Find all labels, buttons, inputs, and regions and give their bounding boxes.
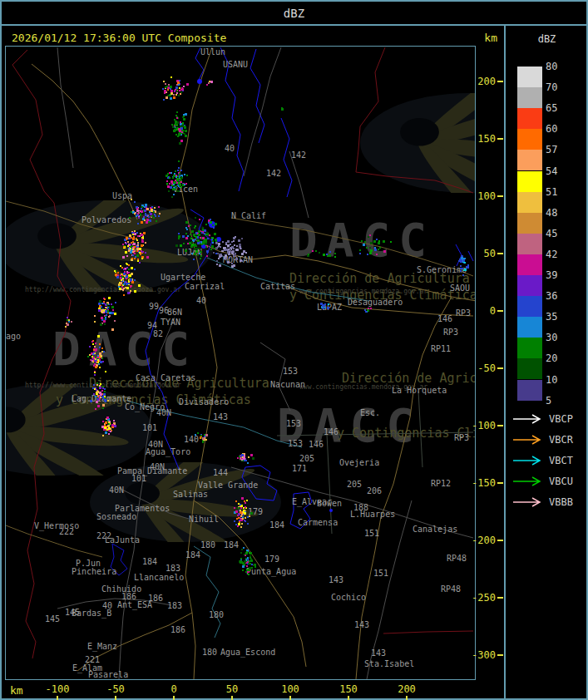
echo-pixel [369, 234, 371, 236]
echo-pixel [104, 388, 106, 390]
echo-pixel [137, 223, 139, 224]
legend-scale-value: 80 [546, 62, 557, 71]
site-arrow-icon [512, 496, 542, 508]
echo-pixel [107, 400, 109, 402]
echo-pixel [89, 346, 91, 348]
echo-pixel [178, 190, 180, 192]
echo-pixel [166, 96, 168, 99]
echo-pixel [111, 424, 114, 426]
echo-pixel [359, 253, 361, 254]
echo-pixel [315, 250, 317, 252]
echo-pixel [244, 560, 246, 563]
echo-pixel [241, 238, 243, 239]
y-axis-tick-label: -150 [471, 478, 496, 488]
echo-pixel [245, 460, 247, 461]
y-axis-tick [497, 482, 503, 484]
echo-pixel [174, 173, 175, 175]
echo-pixel [369, 252, 372, 254]
echo-pixel [308, 254, 309, 255]
echo-pixel [131, 281, 134, 283]
echo-pixel [234, 254, 236, 256]
echo-pixel [205, 439, 207, 441]
echo-pixel [227, 240, 230, 243]
echo-pixel [175, 124, 178, 126]
echo-pixel [166, 86, 168, 87]
echo-pixel [141, 244, 143, 247]
echo-pixel [178, 160, 180, 162]
x-axis-tick-label: 50 [212, 684, 252, 694]
echo-pixel [139, 248, 141, 250]
echo-pixel [227, 261, 230, 264]
echo-pixel [91, 360, 93, 362]
echo-pixel [233, 240, 235, 242]
echo-pixel [99, 357, 101, 358]
echo-pixel [134, 290, 136, 293]
echo-pixel [145, 252, 146, 254]
echo-pixel [134, 201, 136, 203]
echo-pixel [136, 215, 137, 217]
echo-pixel [235, 510, 238, 513]
echo-pixel [180, 186, 182, 188]
x-axis-tick [231, 696, 233, 700]
echo-pixel [238, 507, 240, 509]
echo-pixel [370, 308, 372, 309]
echo-pixel [185, 227, 187, 229]
echo-pixel [101, 317, 103, 319]
echo-pixel [99, 398, 101, 400]
echo-pixel [178, 238, 180, 239]
echo-pixel [175, 244, 178, 247]
echo-pixel [184, 184, 185, 185]
echo-pixel [94, 315, 96, 317]
echo-pixel [210, 219, 211, 220]
echo-pixel [154, 214, 156, 215]
echo-pixel [139, 252, 141, 254]
echo-pixel [134, 230, 136, 232]
echo-pixel [126, 243, 127, 244]
site-arrow-icon [512, 413, 542, 425]
y-axis-tick [497, 310, 503, 312]
echo-pixel [175, 121, 177, 123]
echo-pixel [170, 172, 172, 174]
echo-pixel [68, 319, 70, 321]
echo-pixel [281, 108, 284, 111]
echo-pixel [245, 571, 247, 573]
echo-pixel [240, 259, 242, 261]
echo-pixel [194, 245, 195, 247]
echo-pixel [115, 274, 117, 276]
echo-pixel [200, 435, 202, 436]
echo-pixel [92, 353, 94, 355]
echo-pixel [205, 434, 208, 436]
echo-pixel [242, 516, 244, 518]
site-arrow-icon [512, 476, 542, 487]
echo-pixel [141, 240, 144, 243]
echo-pixel [247, 561, 249, 563]
echo-pixel [211, 245, 214, 248]
echo-pixel [167, 185, 170, 188]
echo-pixel [94, 388, 96, 390]
echo-pixel [141, 221, 143, 224]
echo-pixel [179, 184, 181, 186]
echo-pixel [195, 217, 196, 219]
echo-pixel [373, 240, 376, 243]
legend-scale-value: 39 [546, 270, 557, 280]
legend-title: dBZ [506, 33, 588, 45]
echo-pixel [99, 359, 101, 361]
echo-pixel [136, 232, 138, 234]
echo-pixel [96, 391, 99, 393]
echo-pixel [243, 507, 245, 509]
echo-pixel [126, 283, 128, 285]
echo-pixel [136, 208, 138, 210]
echo-pixel [132, 247, 134, 249]
echo-pixel [92, 343, 94, 345]
echo-pixel [378, 249, 379, 250]
echo-pixel [237, 525, 239, 527]
echo-pixel [175, 189, 176, 190]
echo-pixel [180, 170, 182, 171]
echo-pixel [170, 86, 172, 88]
echo-pixel [198, 234, 200, 236]
echo-pixel [132, 254, 134, 256]
echo-pixel [240, 248, 241, 249]
echo-pixel [206, 84, 208, 86]
color-scale-block [517, 380, 542, 401]
echo-pixel [222, 250, 224, 252]
